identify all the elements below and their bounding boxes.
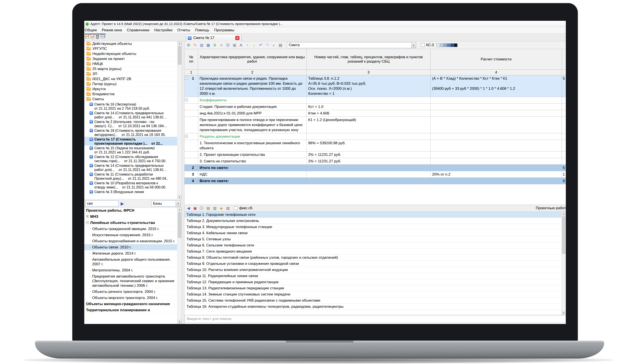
catalog-toolbar-button[interactable]: ▥ <box>212 205 218 211</box>
sbc-table-row[interactable]: Таблица 16. Аппаратно-студийные комплекс… <box>184 304 561 310</box>
expand-box[interactable]: + <box>86 215 89 218</box>
menu-item[interactable]: Программы <box>212 28 236 32</box>
toolbar-button[interactable]: ▦ <box>205 42 211 48</box>
catalog-tree-item[interactable]: − Линейные объекты строительства <box>84 220 177 226</box>
catalog-tree-item[interactable]: Автомобильные дороги общего пользования.… <box>84 256 177 267</box>
chevron-down-icon[interactable] <box>411 42 416 48</box>
catalog-tree-item[interactable]: Объекты гражданской авиации. 2015 г. <box>84 226 177 232</box>
project-folder-item[interactable]: Недействующие объекты <box>84 52 177 56</box>
catalog-tree-item[interactable]: Предприятия автомобильного транспорта. (… <box>84 274 177 289</box>
sbc-table-row[interactable]: Таблица 8. Объекты почтовой связи (район… <box>184 254 561 261</box>
run-search-icon[interactable]: ▶ <box>120 201 124 206</box>
scroll-down-arrow[interactable]: ▼ <box>178 320 182 324</box>
toolbar-button[interactable]: ▦ <box>231 42 238 48</box>
expand-box[interactable]: − <box>86 221 89 224</box>
estimate-table-row[interactable]: 2. Проект организации строительства 2% =… <box>184 152 566 158</box>
projects-scrollbar[interactable]: ▲ ▼ <box>177 41 182 199</box>
project-folder-item[interactable]: Действующие объекты <box>84 41 177 46</box>
toolbar-button[interactable]: A <box>238 42 244 48</box>
project-folder-item[interactable]: 25 марта (курсы) <box>84 66 177 72</box>
sbc-table-row[interactable]: Таблица 7. Сети проводного вещания <box>184 248 561 254</box>
sbc-table-row[interactable]: Таблица 15. Система телефонной УКВ радио… <box>184 298 561 304</box>
smeta-tree-item[interactable]: Смета № 15 (Задача по изысканиям) от 21.… <box>84 146 177 154</box>
catalog-tree-item[interactable]: + МНЗ <box>84 214 177 220</box>
project-folder-item[interactable]: Владивосток <box>84 92 177 97</box>
toolbar-button[interactable]: ↓ <box>251 42 257 48</box>
catalog-toolbar-button[interactable]: ⓘ <box>198 205 205 211</box>
tables-search-input[interactable] <box>184 315 566 323</box>
estimate-table-row[interactable]: 1. Технологические и конструктивные реше… <box>184 140 566 152</box>
scroll-down-arrow[interactable]: ▼ <box>178 195 182 199</box>
toolbar-button[interactable]: × <box>218 42 224 48</box>
bases-combobox[interactable]: Базы <box>151 200 180 206</box>
catalog-tree-item[interactable]: Проектные работы, ФРСН <box>84 208 177 214</box>
menu-item[interactable]: Настройки <box>152 28 175 32</box>
menu-item[interactable]: Справочники <box>124 28 152 32</box>
sbc-table-row[interactable]: Таблица 2. Документальная электросвязь <box>184 218 561 224</box>
catalog-tree-item[interactable]: Железные дороги. 2014 г. <box>84 250 177 256</box>
scroll-thumb[interactable] <box>562 216 566 254</box>
smeta-tree-item[interactable]: Смета № 14 (Стоимость предварительных ра… <box>84 110 177 119</box>
fix-checkbox[interactable] <box>234 206 238 210</box>
project-folder-item[interactable]: ЗП <box>84 72 177 76</box>
estimate-table-row[interactable]: При проектировании в полосе отвода и при… <box>184 117 566 133</box>
toolbar-button[interactable]: ↷ <box>264 42 270 48</box>
sbc-table-row[interactable]: Таблица 13. Радиотелевизионные передающи… <box>184 285 561 291</box>
scroll-thumb[interactable] <box>178 46 181 64</box>
tab-close-button[interactable] <box>235 36 240 40</box>
row-expand-box[interactable]: − <box>185 135 188 138</box>
menu-item[interactable]: Отчеты <box>175 28 192 32</box>
catalog-tree-item[interactable]: Объекты речного транспорта. 2004 г. <box>84 289 177 295</box>
sbc-table-row[interactable]: Таблица 9. Отдельные установки и сооруже… <box>184 261 561 267</box>
catalog-tree-item[interactable]: Метрополитены. 2004 г. <box>84 267 177 274</box>
toolbar-button[interactable]: ⌕ <box>271 42 277 48</box>
estimate-table-row[interactable]: 3. Смета на строительство 2% = 11231.27 … <box>184 158 566 164</box>
project-folder-item[interactable]: Иркутск <box>84 87 177 92</box>
sbc-table-row[interactable]: Таблица 10. Расчеты влияния электромагни… <box>184 267 561 273</box>
smeta-tree-item[interactable]: Смета № 3 (Воздушные линии <box>84 189 177 198</box>
smeta-tree-item[interactable]: Смета № 12 (Стоимость обследования систе… <box>84 154 177 163</box>
panel-splitter[interactable] <box>182 41 184 324</box>
search-input[interactable] <box>85 200 119 206</box>
smeta-type-combobox[interactable]: Смета <box>287 42 416 48</box>
smeta-tree-item[interactable]: Смета № 17 (Стоимость проектирования про… <box>84 137 177 146</box>
chevron-down-icon[interactable] <box>176 201 180 206</box>
project-folder-item[interactable]: Сметы <box>84 97 177 102</box>
catalog-toolbar-button[interactable]: ▣ <box>192 205 198 211</box>
catalog-toolbar-button[interactable]: ◈ <box>218 205 224 211</box>
catalog-tree-item[interactable]: Объекты связи. 2010 г. <box>84 244 177 250</box>
toolbar-button[interactable]: ↶ <box>258 42 264 48</box>
estimate-table-row[interactable]: − Разделы документации <box>184 133 566 140</box>
toolbar-button[interactable]: ⚙ <box>186 42 192 48</box>
catalog-toolbar-button[interactable]: ▤ <box>205 205 211 211</box>
toolbar-button[interactable]: ▤ <box>277 42 284 48</box>
estimate-table-row[interactable]: инд.4кв.2021г.к 01.01.2000 для МРР Ктек … <box>184 110 566 117</box>
smeta-tree-item[interactable]: Смета № 2 (Котельная, топливо - газ (маз… <box>84 119 177 128</box>
estimate-table-row[interactable]: − 1 Прокладка канализации связи и радио.… <box>184 75 566 97</box>
row-expand-box[interactable]: − <box>185 77 188 80</box>
menu-item[interactable]: Режим окна <box>100 28 124 32</box>
catalog-tree-item[interactable]: Объекты морского транспорта. 2004 г. <box>84 295 177 301</box>
catalog-toolbar-button[interactable]: ◀ <box>186 205 192 211</box>
menu-item[interactable]: Общее <box>84 28 100 32</box>
scroll-thumb[interactable] <box>178 212 181 238</box>
smeta-tree-item[interactable]: Смета № 10 (Разработка материалов к отво… <box>84 180 177 189</box>
ks3-checkbox[interactable] <box>421 43 424 47</box>
left-toolbar-button[interactable] <box>96 35 99 38</box>
sbc-table-row[interactable]: Таблица 5. Сетевые узлы <box>184 236 561 242</box>
catalog-tree-item[interactable]: Объекты жилищно-гражданского назначения <box>84 301 177 307</box>
sbc-table-row[interactable]: Таблица 6. Сельские телефонные сети <box>184 242 561 248</box>
scroll-up-arrow[interactable]: ▲ <box>562 212 566 216</box>
estimate-table-row[interactable]: 2 Итого по смете: 5 <box>184 164 566 171</box>
menu-item[interactable]: Помощь <box>192 28 212 32</box>
catalog-tree-item[interactable]: Объекты водоснабжения и канализации. 201… <box>84 238 177 244</box>
catalog-tree-item[interactable]: Территориальное планирование и <box>84 307 177 313</box>
sbc-table-row[interactable]: Таблица 1. Городские телефонные сети <box>184 212 561 218</box>
toolbar-button[interactable]: ☑ <box>225 42 231 48</box>
estimate-table-row[interactable]: 4 Всего по смете: 6 <box>184 178 566 184</box>
sbc-table-row[interactable]: Таблица 14. Земные станции спутниковых с… <box>184 291 561 298</box>
smeta-tree-item[interactable]: Смета № 18 (Стоимость проектирования авт… <box>84 128 177 137</box>
estimate-table-row[interactable]: Стадия: Проектная и рабочая документация… <box>184 104 566 110</box>
project-folder-item[interactable]: 0021_ДКС на УКПГ-2В <box>84 76 177 82</box>
project-folder-item[interactable]: УРГУПС <box>84 46 177 52</box>
